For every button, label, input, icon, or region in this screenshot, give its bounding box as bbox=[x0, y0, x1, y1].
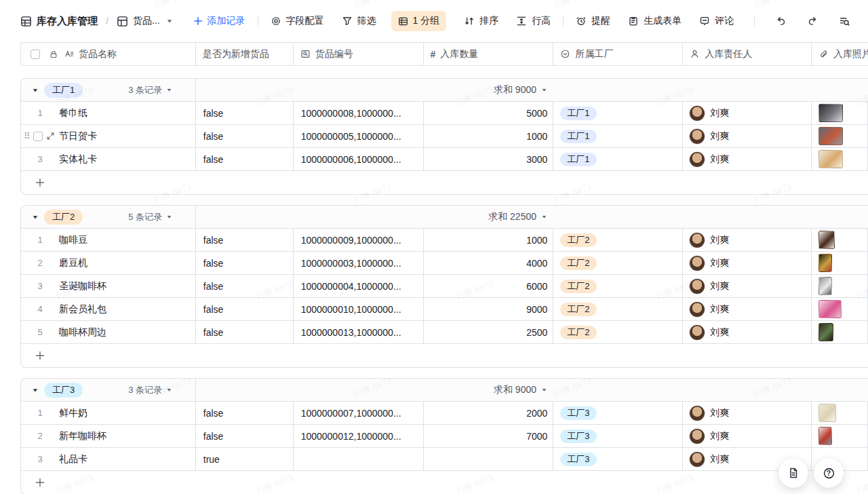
product-name-cell[interactable]: 5 ⠿ 咖啡杯周边 bbox=[21, 321, 196, 343]
quantity-cell[interactable]: 2500 bbox=[424, 321, 554, 343]
product-name-cell[interactable]: 1 ⠿ 咖啡豆 bbox=[21, 229, 196, 251]
quantity-cell[interactable]: 6000 bbox=[424, 275, 554, 297]
quantity-cell[interactable]: 4000 bbox=[424, 252, 554, 274]
product-code-cell[interactable]: 1000000008,1000000... bbox=[294, 102, 424, 124]
search-records-button[interactable] bbox=[839, 16, 850, 27]
product-name-cell[interactable]: 4 ⠿ 新会员礼包 bbox=[21, 298, 196, 320]
owner-cell[interactable]: 刘爽 bbox=[683, 425, 812, 447]
product-name-cell[interactable]: ⠿ 节日贺卡 bbox=[21, 125, 196, 147]
group-record-count-dropdown[interactable]: 3 条记录 bbox=[128, 384, 172, 396]
select-all-checkbox[interactable] bbox=[31, 50, 40, 59]
group-collapse-caret[interactable] bbox=[29, 87, 41, 94]
is-new-cell[interactable]: false bbox=[196, 148, 294, 170]
column-header-photo[interactable]: 入库照片 bbox=[812, 43, 868, 65]
row-height-button[interactable]: 行高 bbox=[516, 15, 551, 27]
table-row[interactable]: 3 ⠿ 实体礼卡 false 1000000006,1000000... 300… bbox=[21, 148, 868, 171]
quantity-cell[interactable] bbox=[424, 448, 554, 470]
photo-cell[interactable] bbox=[812, 125, 868, 147]
product-code-cell[interactable]: 1000000010,1000000... bbox=[294, 298, 424, 320]
redo-button[interactable] bbox=[807, 16, 818, 27]
product-code-cell[interactable]: 1000000005,1000000... bbox=[294, 125, 424, 147]
table-row[interactable]: 3 ⠿ 礼品卡 true 工厂3 刘爽 bbox=[21, 448, 868, 471]
factory-cell[interactable]: 工厂2 bbox=[553, 298, 683, 320]
table-row[interactable]: 5 ⠿ 咖啡杯周边 false 1000000013,1000000... 25… bbox=[21, 321, 868, 344]
owner-cell[interactable]: 刘爽 bbox=[683, 402, 812, 424]
photo-cell[interactable] bbox=[812, 425, 868, 447]
group-collapse-caret[interactable] bbox=[29, 387, 41, 394]
table-row[interactable]: 2 ⠿ 磨豆机 false 1000000003,1000000... 4000… bbox=[21, 252, 868, 275]
photo-cell[interactable] bbox=[812, 298, 868, 320]
group-name-badge[interactable]: 工厂1 bbox=[44, 83, 83, 98]
row-checkbox[interactable] bbox=[33, 132, 43, 141]
photo-cell[interactable] bbox=[812, 275, 868, 297]
is-new-cell[interactable]: false bbox=[196, 275, 294, 297]
add-record-button[interactable]: 添加记录 bbox=[193, 15, 245, 27]
table-row[interactable]: 3 ⠿ 圣诞咖啡杯 false 1000000004,1000000... 60… bbox=[21, 275, 868, 298]
table-switcher[interactable]: 货品... bbox=[117, 15, 173, 27]
photo-cell[interactable] bbox=[812, 321, 868, 343]
photo-thumbnail[interactable] bbox=[818, 277, 832, 295]
quantity-cell[interactable]: 2000 bbox=[424, 402, 554, 424]
factory-cell[interactable]: 工厂3 bbox=[553, 425, 683, 447]
photo-thumbnail[interactable] bbox=[818, 427, 832, 445]
photo-thumbnail[interactable] bbox=[818, 231, 835, 249]
table-row[interactable]: 1 ⠿ 咖啡豆 false 1000000009,1000000... 1000… bbox=[21, 229, 868, 252]
column-header-factory[interactable]: 所属工厂 bbox=[553, 43, 683, 65]
is-new-cell[interactable]: false bbox=[196, 252, 294, 274]
photo-thumbnail[interactable] bbox=[818, 323, 833, 341]
is-new-cell[interactable]: true bbox=[196, 448, 294, 470]
product-code-cell[interactable]: 1000000013,1000000... bbox=[294, 321, 424, 343]
help-button[interactable]: ? bbox=[814, 458, 844, 488]
quantity-cell[interactable]: 1000 bbox=[424, 229, 554, 251]
is-new-cell[interactable]: false bbox=[196, 425, 294, 447]
owner-cell[interactable]: 刘爽 bbox=[683, 102, 812, 124]
product-code-cell[interactable]: 1000000009,1000000... bbox=[294, 229, 424, 251]
add-record-row[interactable] bbox=[21, 171, 868, 194]
undo-button[interactable] bbox=[775, 16, 787, 27]
column-header-product-code[interactable]: 货品编号 bbox=[294, 43, 424, 65]
product-name-cell[interactable]: 1 ⠿ 鲜牛奶 bbox=[21, 402, 196, 424]
owner-cell[interactable]: 刘爽 bbox=[683, 298, 812, 320]
factory-cell[interactable]: 工厂1 bbox=[553, 148, 683, 170]
product-code-cell[interactable]: 1000000006,1000000... bbox=[294, 148, 424, 170]
photo-thumbnail[interactable] bbox=[818, 104, 843, 122]
product-code-cell[interactable] bbox=[294, 448, 424, 470]
product-name-cell[interactable]: 1 ⠿ 餐巾纸 bbox=[21, 102, 196, 124]
factory-cell[interactable]: 工厂3 bbox=[553, 402, 683, 424]
photo-thumbnail[interactable] bbox=[818, 254, 832, 272]
is-new-cell[interactable]: false bbox=[196, 298, 294, 320]
quantity-cell[interactable]: 1000 bbox=[424, 125, 554, 147]
is-new-cell[interactable]: false bbox=[196, 321, 294, 343]
column-header-is-new[interactable]: 是否为新增货品 bbox=[196, 43, 294, 65]
table-row[interactable]: 4 ⠿ 新会员礼包 false 1000000010,1000000... 90… bbox=[21, 298, 868, 321]
product-name-cell[interactable]: 2 ⠿ 新年咖啡杯 bbox=[21, 425, 196, 447]
filter-button[interactable]: 筛选 bbox=[342, 15, 376, 27]
photo-cell[interactable] bbox=[812, 229, 868, 251]
group-sum-dropdown[interactable]: 求和 22500 bbox=[424, 206, 554, 228]
app-title-block[interactable]: 库存入库管理 bbox=[20, 15, 98, 28]
group-record-count-dropdown[interactable]: 5 条记录 bbox=[128, 211, 172, 223]
group-record-count-dropdown[interactable]: 3 条记录 bbox=[128, 84, 172, 96]
group-collapse-caret[interactable] bbox=[29, 214, 41, 221]
photo-thumbnail[interactable] bbox=[818, 150, 843, 168]
factory-cell[interactable]: 工厂2 bbox=[553, 229, 683, 251]
owner-cell[interactable]: 刘爽 bbox=[683, 125, 812, 147]
factory-cell[interactable]: 工厂2 bbox=[553, 252, 683, 274]
sort-button[interactable]: 排序 bbox=[464, 15, 498, 27]
factory-cell[interactable]: 工厂1 bbox=[553, 102, 683, 124]
table-row[interactable]: 1 ⠿ 鲜牛奶 false 1000000007,1000000... 2000… bbox=[21, 402, 868, 425]
group-sum-dropdown[interactable]: 求和 9000 bbox=[424, 379, 554, 401]
product-name-cell[interactable]: 2 ⠿ 磨豆机 bbox=[21, 252, 196, 274]
factory-cell[interactable]: 工厂1 bbox=[553, 125, 683, 147]
generate-form-button[interactable]: 生成表单 bbox=[628, 15, 682, 27]
product-name-cell[interactable]: 3 ⠿ 圣诞咖啡杯 bbox=[21, 275, 196, 297]
factory-cell[interactable]: 工厂2 bbox=[553, 321, 683, 343]
add-record-row[interactable] bbox=[21, 471, 868, 494]
quantity-cell[interactable]: 5000 bbox=[424, 102, 554, 124]
product-code-cell[interactable]: 1000000007,1000000... bbox=[294, 402, 424, 424]
group-name-badge[interactable]: 工厂2 bbox=[44, 210, 83, 225]
product-code-cell[interactable]: 1000000003,1000000... bbox=[294, 252, 424, 274]
add-record-row[interactable] bbox=[21, 344, 868, 367]
owner-cell[interactable]: 刘爽 bbox=[683, 229, 812, 251]
quantity-cell[interactable]: 3000 bbox=[424, 148, 554, 170]
